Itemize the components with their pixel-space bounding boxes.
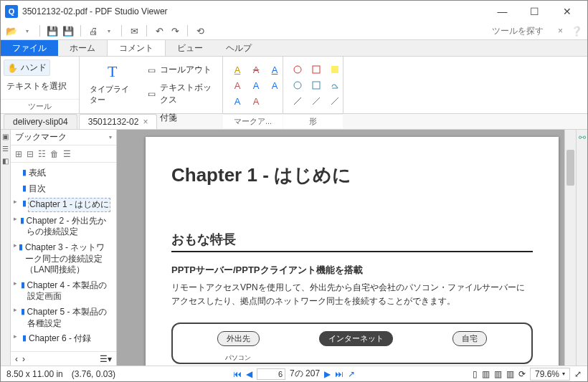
callout-tool[interactable]: ▭コールアウト [145, 62, 217, 77]
bookmarks-pane-icon[interactable]: ☰ [2, 145, 9, 153]
arrow-icon[interactable] [308, 94, 325, 108]
bm-opts-icon[interactable]: ☰▾ [100, 354, 112, 364]
tab-help[interactable]: ヘルプ [214, 40, 263, 56]
maximize-button[interactable]: ☐ [518, 1, 551, 22]
open-icon[interactable]: 📂 [5, 24, 18, 37]
bm-expand-icon[interactable]: ⊞ [15, 149, 22, 159]
right-tool-rail: ⚯ [576, 130, 587, 366]
bookmark-item[interactable]: ▸▮Chapter 5 - 本製品の各種設定 [12, 305, 115, 331]
view-cont-icon[interactable]: ▥ [482, 369, 490, 379]
hand-tool[interactable]: ✋ ハンド [4, 59, 50, 76]
diagram-label-home: 自宅 [452, 331, 487, 346]
insert-icon[interactable]: A [247, 78, 265, 92]
callout-icon: ▭ [148, 65, 156, 75]
bookmark-menu-icon[interactable]: ▾ [109, 134, 112, 140]
search-clear-icon[interactable]: × [558, 26, 563, 36]
page-number-input[interactable] [257, 368, 285, 380]
bm-delete-icon[interactable]: 🗑 [50, 149, 59, 159]
view-facing-icon[interactable]: ▥ [494, 369, 502, 379]
bm-add-icon[interactable]: ☷ [38, 149, 46, 159]
open-dropdown[interactable]: ▾ [21, 24, 34, 37]
hand-icon: ✋ [7, 63, 18, 73]
fit-icon[interactable]: ⤢ [574, 369, 582, 379]
pdf-page: Chapter 1 - はじめに おもな特長 PPTPサーバー/PPTPクライア… [146, 137, 559, 366]
paragraph: リモートアクセスVPNを使用して、外出先から自宅や会社のパソコン・ファイルサーバ… [171, 281, 533, 308]
highlight-icon[interactable]: A [229, 62, 246, 77]
svg-point-3 [294, 82, 301, 89]
last-page-icon[interactable]: ⏭ [335, 369, 343, 379]
view-single-icon[interactable]: ▯ [473, 369, 478, 379]
tab-close-icon[interactable]: × [143, 117, 148, 127]
doc-tab-1[interactable]: delivery-slip04 [4, 114, 77, 129]
help-icon[interactable]: ❔ [570, 24, 583, 37]
tool-search-input[interactable] [455, 26, 555, 36]
page-view[interactable]: Chapter 1 - はじめに おもな特長 PPTPサーバー/PPTPクライア… [117, 130, 576, 366]
bookmark-item[interactable]: ▸▮Chapter 3 - ネットワーク同士の接続設定（LAN間接続） [12, 240, 115, 278]
bookmark-item[interactable]: ▸▮Chapter 6 - 付録 [12, 331, 115, 347]
replace-icon[interactable]: A [266, 78, 283, 92]
underline-icon[interactable]: A [266, 62, 283, 77]
revert-icon[interactable]: ⟲ [194, 24, 207, 37]
pages-pane-icon[interactable]: ▣ [2, 133, 9, 140]
section-title: おもな特長 [171, 231, 533, 252]
cloud-icon[interactable] [326, 78, 343, 92]
bm-prev-icon[interactable]: ‹ [15, 354, 18, 364]
tab-view[interactable]: ビュー [166, 40, 214, 56]
titlebar: Q 35012132-02.pdf - PDF Studio Viewer — … [1, 1, 587, 22]
bookmark-tree[interactable]: ▮表紙 ▮目次 ▸▮Chapter 1 - はじめに ▸▮Chapter 2 -… [11, 163, 116, 351]
strikeout-icon[interactable]: A [247, 62, 265, 77]
textbox-tool[interactable]: ▭テキストボックス [145, 80, 217, 108]
close-button[interactable]: ✕ [551, 1, 583, 22]
prev-page-icon[interactable]: ◀ [246, 369, 252, 379]
group-shape-label: 形 [283, 114, 343, 128]
jump-icon[interactable]: ↗ [348, 369, 355, 379]
polyline-icon[interactable] [308, 78, 325, 92]
group-markup-label: マークア... [223, 114, 283, 128]
shape-tools [286, 59, 346, 111]
doc-tab-2[interactable]: 35012132-02× [79, 114, 158, 129]
diagram-pc-label: パソコン [217, 353, 260, 363]
minimize-button[interactable]: — [486, 1, 518, 22]
circle-icon[interactable] [289, 62, 306, 77]
bookmark-item[interactable]: ▸▮Chapter 4 - 本製品の設定画面 [12, 278, 115, 305]
left-tool-rail: ▣ ☰ ◧ [1, 130, 11, 366]
undo-icon[interactable]: ↶ [153, 24, 166, 37]
bm-options-icon[interactable]: ☰ [63, 149, 71, 159]
save-as-icon[interactable]: 💾 [62, 24, 75, 37]
print-dropdown[interactable]: ▾ [103, 24, 115, 37]
redo-icon[interactable]: ↷ [169, 24, 181, 37]
tab-comment[interactable]: コメント [107, 40, 166, 56]
rotate-icon[interactable]: ⟳ [518, 369, 526, 379]
vertical-scrollbar[interactable] [564, 130, 576, 366]
page-of-label: 7の 207 [290, 368, 320, 380]
view-cont-facing-icon[interactable]: ▥ [506, 369, 514, 379]
bookmark-item[interactable]: ▸▮Chapter 2 - 外出先からの接続設定 [12, 214, 115, 240]
markup-extra-icon[interactable]: A [247, 94, 265, 108]
hl-square-icon[interactable] [326, 62, 343, 77]
tab-home[interactable]: ホーム [58, 40, 107, 56]
bm-next-icon[interactable]: › [22, 354, 25, 364]
polygon-icon[interactable] [289, 78, 306, 92]
mail-icon[interactable]: ✉ [128, 24, 141, 37]
area-highlight-icon[interactable]: A [229, 94, 246, 108]
first-page-icon[interactable]: ⏮ [233, 369, 242, 379]
zoom-select[interactable]: 79.6%▾ [530, 368, 570, 381]
scroll-thumb[interactable] [566, 150, 574, 186]
attach-pane-icon[interactable]: ◧ [2, 157, 9, 165]
bookmark-item[interactable]: ▮目次 [12, 181, 115, 197]
tab-file[interactable]: ファイル [1, 40, 58, 56]
bookmark-item[interactable]: ▮表紙 [12, 166, 115, 181]
typewriter-tool[interactable]: T タイプライター [82, 59, 142, 108]
bm-collapse-icon[interactable]: ⊟ [27, 149, 34, 159]
bookmark-item-selected[interactable]: ▸▮Chapter 1 - はじめに [12, 196, 115, 214]
next-page-icon[interactable]: ▶ [324, 369, 331, 379]
squiggly-icon[interactable]: A [229, 78, 246, 92]
print-icon[interactable]: 🖨 [87, 24, 100, 37]
diagram-label-out: 外出先 [217, 331, 260, 346]
pencil-icon[interactable] [326, 94, 343, 108]
line-icon[interactable] [289, 94, 306, 108]
square-icon[interactable] [308, 62, 325, 77]
select-text-tool[interactable]: テキストを選択 [4, 79, 70, 94]
link-pane-icon[interactable]: ⚯ [579, 133, 586, 143]
save-icon[interactable]: 💾 [46, 24, 59, 37]
